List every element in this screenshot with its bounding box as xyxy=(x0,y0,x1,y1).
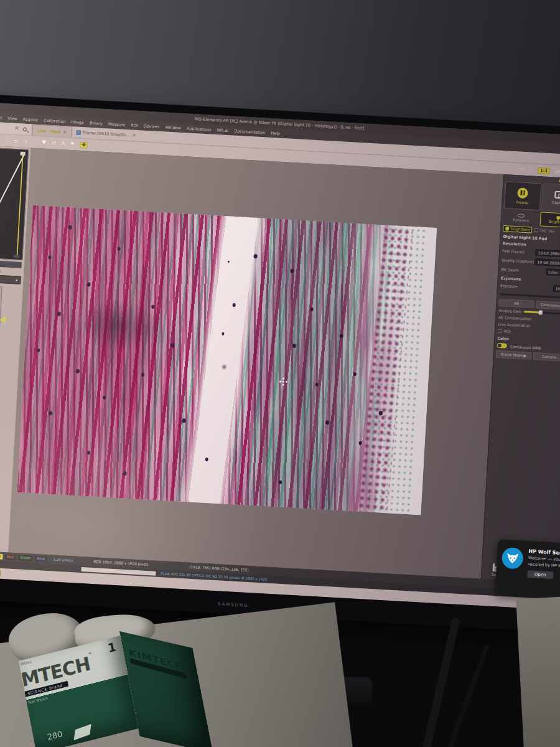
text-tool-icon[interactable]: A xyxy=(61,141,65,146)
menu-item[interactable]: ROI xyxy=(131,123,138,128)
tab-live-fast[interactable]: Live - Fast ✕ xyxy=(32,125,72,138)
checkbox-icon xyxy=(534,228,538,232)
channel-chip[interactable]: Blue xyxy=(35,555,47,561)
open-button[interactable]: Open xyxy=(527,570,554,579)
exposure-label: Exposure xyxy=(500,283,518,289)
preset-dropdown[interactable]: Current 2 ▾ xyxy=(0,273,21,284)
quality-value[interactable]: 10-bit 2880x1620 xyxy=(534,258,560,267)
menu-item[interactable]: Devices xyxy=(144,123,160,129)
menu-item[interactable]: Edit xyxy=(0,115,2,121)
exposure-row: Exposure 151 ms xyxy=(500,281,560,294)
brightfield-config-label: Brightfield xyxy=(511,227,530,232)
menu-item[interactable]: Help xyxy=(271,130,280,136)
annotation-heart-icon[interactable]: ♥ xyxy=(41,139,47,145)
marquee-icon[interactable]: ▭ xyxy=(519,166,525,172)
levels-icon[interactable]: ⚌ xyxy=(13,138,19,144)
channel-chip[interactable]: Red xyxy=(5,554,16,560)
ae-button[interactable]: AE xyxy=(498,299,534,308)
arrows-icon[interactable]: ⇄ xyxy=(51,140,56,146)
eye-icon xyxy=(517,214,525,218)
menu-item[interactable]: Window xyxy=(165,125,181,130)
dic-config-label: DIC 10x xyxy=(540,228,554,233)
zoom-percent[interactable]: 100% xyxy=(554,169,560,174)
tab-label: Frame (DS10 SnapSh… xyxy=(83,130,130,138)
bit-depth-value[interactable]: Color 10-bit xyxy=(546,268,560,276)
ai-buttons: ◉ Clarify.a… ✔ Denoise.a… xyxy=(0,535,6,551)
search-icon[interactable] xyxy=(23,128,27,131)
lamp-icon xyxy=(556,216,560,220)
toast-text: HP Wolf Security Welcome — your PC is se… xyxy=(527,548,560,580)
monitor-brand-logo: SAMSUNG xyxy=(218,601,249,608)
brightfield-mode-button[interactable]: Brightfield xyxy=(539,212,560,228)
continuous-ae-button[interactable]: Continuous AE xyxy=(536,301,560,310)
menu-item[interactable]: Image xyxy=(71,119,84,125)
menu-item[interactable]: View xyxy=(7,116,17,121)
chevron-down-icon: ▾ xyxy=(16,278,18,282)
denoise-ai-label: Denoise.a… xyxy=(0,544,3,549)
mouse-cursor xyxy=(282,380,284,382)
awb-toggle[interactable] xyxy=(497,343,506,349)
pixel-readout: [1919, 765] RGB (234, 136, 155) xyxy=(189,565,248,572)
denoise-ai-button[interactable]: ✔ Denoise.a… xyxy=(0,538,4,549)
count-badge: 1 xyxy=(106,639,117,655)
z-slider-marker[interactable] xyxy=(1,316,6,323)
scene-mode-button[interactable]: Scene Mode ▶ xyxy=(496,350,532,360)
menu-item[interactable]: NIS.ai xyxy=(217,128,228,133)
analog-gain-slider[interactable] xyxy=(524,311,560,315)
gain-knob[interactable] xyxy=(539,310,543,314)
focus-stepper xyxy=(0,285,21,361)
menu-item[interactable]: Applications xyxy=(187,126,212,132)
capture-controls: Freeze Capture xyxy=(504,181,560,212)
grid-icon[interactable]: ∷ xyxy=(5,138,9,143)
camera-icon xyxy=(554,191,560,199)
capture-button[interactable]: Capture xyxy=(541,183,560,212)
menu-item[interactable]: Acquire xyxy=(23,116,39,122)
scale-readout: 1.25 µm/px xyxy=(53,557,73,562)
histology-live-image[interactable] xyxy=(17,205,437,515)
fast-value[interactable]: 10-bit 2880x1620 xyxy=(535,249,560,258)
lamp-icon xyxy=(505,227,509,230)
dots-icon[interactable]: ∷ xyxy=(530,167,533,172)
menu-item[interactable]: Binary xyxy=(90,120,103,126)
channel-chip[interactable]: Green xyxy=(18,555,33,561)
hp-wolf-notification[interactable]: HP Wolf Security Welcome — your PC is se… xyxy=(495,539,560,601)
zoom-ratio-button[interactable]: 1:1 xyxy=(538,167,550,174)
task-wipers-text: Task Wipers xyxy=(27,696,48,705)
photo-scene: NIS-Elements AR [IX3 Admin @ Nikon Y8 (D… xyxy=(0,0,560,747)
large-image-row[interactable]: Large Image xyxy=(0,267,21,275)
channel-chip[interactable]: RGB xyxy=(0,553,2,559)
exposure-value[interactable]: 151 ms xyxy=(553,285,560,293)
channel-chips: RGBRedGreenBlue xyxy=(0,553,47,561)
dic-config-button[interactable]: DIC 10x xyxy=(533,228,556,234)
flag-icon[interactable]: ⚑ xyxy=(70,141,75,147)
brightfield-config-button[interactable]: Brightfield xyxy=(503,225,533,233)
menu-item[interactable]: Documentation xyxy=(234,128,265,135)
analog-gain-label: Analog Gain xyxy=(499,308,522,314)
screen: NIS-Elements AR [IX3 Admin @ Nikon Y8 (D… xyxy=(0,101,560,609)
close-icon[interactable]: ✕ xyxy=(63,129,67,134)
expand-view-icon[interactable]: ✥ xyxy=(80,141,88,148)
pause-icon xyxy=(517,187,528,199)
roi-label: ROI xyxy=(504,329,511,334)
exposure-slider[interactable] xyxy=(500,293,560,299)
camera-settings-button[interactable]: Camera… xyxy=(533,352,560,362)
nis-elements-icon[interactable] xyxy=(0,570,1,577)
menu-item[interactable]: Calibration xyxy=(44,118,66,124)
close-icon[interactable]: ✕ xyxy=(132,133,136,138)
freeze-button[interactable]: Freeze xyxy=(504,181,541,210)
quality-label: Quality (Capture) xyxy=(502,258,534,264)
capture-label: Capture xyxy=(552,200,560,205)
eyepiece-button[interactable]: Eyepiece xyxy=(503,210,539,226)
pin-icon[interactable]: ◦ xyxy=(33,139,37,145)
lut-histogram[interactable] xyxy=(0,147,29,260)
crosshair-icon[interactable]: + xyxy=(23,139,28,144)
live-accel-label: Live Acceleration xyxy=(498,322,530,328)
z-slider[interactable] xyxy=(0,286,2,360)
ae-comp-label: AE Compensation xyxy=(498,315,531,321)
menu-item[interactable]: Measure xyxy=(108,121,125,128)
document-icon xyxy=(76,130,80,134)
image-canvas[interactable] xyxy=(9,148,503,578)
roi-checkbox[interactable] xyxy=(498,329,502,332)
export-icon[interactable]: ⇱ xyxy=(15,126,19,131)
main-area: RGB [0, 4095] Large Image Current 2 ▾ xyxy=(0,144,560,583)
